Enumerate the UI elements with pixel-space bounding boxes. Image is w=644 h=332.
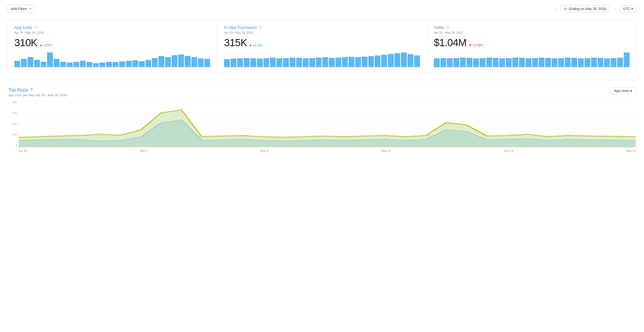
- timezone-button[interactable]: UTC ▾: [620, 5, 637, 13]
- bar: [158, 56, 164, 67]
- metric-date-app-units: Apr 29 - May 28, 2018: [14, 31, 210, 34]
- y-axis: 40K 30K 20K 10K 0: [8, 101, 18, 147]
- metric-change-in-app-purchases: +1.2%: [249, 43, 262, 47]
- bar: [303, 58, 308, 67]
- bar-chart-sales: [434, 53, 630, 67]
- y-label-30k: 30K: [8, 112, 18, 114]
- header-bar: Add Filters + ‹ ⊞ Ending on May 28, 2018…: [7, 5, 637, 13]
- bar: [132, 60, 138, 67]
- app-units-dropdown[interactable]: App Units ▾: [610, 87, 636, 94]
- bar: [112, 62, 118, 67]
- bar: [152, 58, 158, 67]
- bar: [434, 58, 440, 67]
- bar: [578, 58, 584, 67]
- bar: [342, 57, 348, 67]
- top-apps-title: Top Apps ?: [8, 87, 67, 93]
- bar: [119, 61, 125, 67]
- next-date-button[interactable]: ›: [612, 6, 617, 12]
- green-line: [18, 110, 636, 137]
- metric-date-sales: Apr 29 - May 28, 2018: [434, 31, 630, 34]
- bar: [204, 59, 210, 67]
- metric-card-sales: Sales ? Apr 29 - May 28, 2018 $1.04M -0.…: [427, 20, 636, 73]
- bar: [499, 58, 505, 67]
- bar: [624, 53, 630, 67]
- bar: [250, 58, 256, 67]
- metric-change-sales: -0.79%: [469, 43, 483, 47]
- bar: [290, 58, 296, 67]
- bar: [401, 53, 407, 67]
- bar: [34, 60, 40, 67]
- bar: [244, 58, 250, 67]
- x-label-may24: May 24: [626, 149, 636, 152]
- bar: [598, 58, 604, 67]
- add-filters-button[interactable]: Add Filters +: [7, 5, 35, 13]
- bar: [237, 58, 243, 67]
- x-label-may4: May 4: [140, 149, 148, 152]
- bar: [348, 57, 354, 67]
- bar: [512, 58, 518, 67]
- bar: [165, 57, 171, 67]
- bar: [264, 58, 269, 67]
- bar: [21, 59, 27, 67]
- help-icon-top-apps[interactable]: ?: [30, 87, 32, 93]
- bar: [14, 61, 20, 67]
- bar: [362, 57, 368, 67]
- x-label-may9: May 9: [260, 149, 268, 152]
- add-filters-label: Add Filters: [11, 7, 27, 11]
- timezone-label: UTC: [623, 7, 630, 11]
- help-icon-app-units[interactable]: ?: [34, 26, 38, 30]
- bar: [93, 63, 99, 67]
- up-arrow-icon: [40, 44, 42, 46]
- metric-value-row-app-units: 310K +15%: [14, 37, 210, 49]
- bar: [54, 59, 60, 67]
- bar: [539, 58, 544, 67]
- x-label-may19: May 19: [504, 149, 513, 152]
- bar: [408, 54, 414, 67]
- bar: [139, 61, 145, 67]
- bar: [106, 62, 112, 67]
- bar: [381, 55, 387, 67]
- area-chart-svg: [18, 101, 636, 147]
- date-range-label: Ending on May 28, 2018: [569, 7, 606, 11]
- date-controls: ‹ ⊞ Ending on May 28, 2018 › UTC ▾: [553, 5, 637, 13]
- metrics-row: App Units ? Apr 29 - May 28, 2018 310K +…: [7, 20, 637, 73]
- metric-title-sales: Sales ?: [434, 25, 630, 30]
- bar: [329, 58, 335, 67]
- top-apps-section: Top Apps ? App Units per Day: Apr 29 - M…: [7, 87, 637, 154]
- bar: [126, 61, 132, 67]
- main-container: Add Filters + ‹ ⊞ Ending on May 28, 2018…: [0, 0, 644, 332]
- metric-change-app-units: +15%: [40, 43, 52, 47]
- help-icon-sales[interactable]: ?: [446, 26, 450, 30]
- help-icon-in-app-purchases[interactable]: ?: [258, 26, 262, 30]
- chart-svg-area: [18, 101, 636, 147]
- green-area: [18, 110, 636, 147]
- bar: [565, 58, 571, 67]
- up-arrow-icon-2: [249, 44, 252, 46]
- bar: [67, 63, 73, 67]
- bar: [73, 62, 79, 67]
- bar: [100, 63, 105, 67]
- bar: [47, 53, 53, 67]
- bar: [191, 57, 197, 67]
- app-units-dropdown-label: App Units: [614, 89, 629, 93]
- bar: [172, 55, 178, 67]
- bar: [584, 58, 590, 67]
- bar: [316, 58, 322, 67]
- section-divider: [7, 80, 637, 80]
- bar: [283, 58, 289, 67]
- bar: [558, 58, 564, 67]
- orange-line: [18, 110, 636, 137]
- bar: [276, 58, 282, 67]
- bar: [28, 57, 34, 67]
- bar: [230, 59, 236, 67]
- metric-card-app-units: App Units ? Apr 29 - May 28, 2018 310K +…: [8, 20, 217, 73]
- metric-value-row-sales: $1.04M -0.79%: [434, 37, 630, 49]
- prev-date-button[interactable]: ‹: [553, 6, 558, 12]
- bar: [146, 60, 151, 67]
- bar: [440, 58, 446, 67]
- bar: [466, 58, 472, 67]
- bar: [604, 58, 610, 67]
- date-range-button[interactable]: ⊞ Ending on May 28, 2018: [560, 5, 610, 13]
- metric-value-sales: $1.04M: [434, 37, 466, 49]
- bar: [41, 62, 46, 67]
